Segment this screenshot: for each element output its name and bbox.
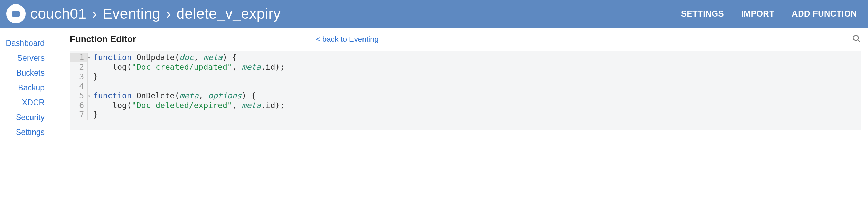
code-line[interactable]: 4 (70, 81, 861, 91)
breadcrumb-separator: › (160, 6, 177, 22)
code-text[interactable]: } (92, 72, 98, 82)
sidebar-item-settings[interactable]: Settings (16, 125, 55, 140)
sidebar-item-security[interactable]: Security (16, 110, 55, 125)
code-line[interactable]: 1▾function OnUpdate(doc, meta) { (70, 53, 861, 62)
code-text[interactable]: } (92, 110, 98, 120)
breadcrumb-section[interactable]: Eventing (103, 6, 160, 22)
fold-toggle-icon (88, 110, 92, 120)
fold-toggle-icon (88, 81, 92, 91)
breadcrumb-separator: › (86, 6, 103, 22)
fold-toggle-icon (88, 72, 92, 82)
line-number: 4 (70, 81, 88, 91)
code-text[interactable]: function OnDelete(meta, options) { (92, 91, 256, 101)
line-number: 1 (70, 53, 88, 62)
fold-toggle-icon[interactable]: ▾ (88, 53, 92, 62)
code-line[interactable]: 5▾function OnDelete(meta, options) { (70, 91, 861, 101)
breadcrumb-node[interactable]: couch01 (30, 6, 86, 22)
code-text[interactable] (92, 81, 93, 91)
code-text[interactable]: log("Doc created/updated", meta.id); (92, 62, 285, 72)
svg-point-0 (853, 35, 858, 40)
code-line[interactable]: 7} (70, 110, 861, 120)
sidebar-item-buckets[interactable]: Buckets (16, 66, 55, 80)
line-number: 5 (70, 91, 88, 101)
svg-line-1 (858, 40, 860, 42)
settings-action[interactable]: SETTINGS (681, 9, 724, 19)
sidebar: Dashboard Servers Buckets Backup XDCR Se… (0, 28, 55, 214)
search-icon[interactable] (852, 34, 861, 45)
code-line[interactable]: 6 log("Doc deleted/expired", meta.id); (70, 101, 861, 110)
back-to-eventing-link[interactable]: < back to Eventing (316, 35, 379, 44)
editor-toolbar: Function Editor < back to Eventing (70, 34, 861, 51)
fold-toggle-icon (88, 62, 92, 72)
code-line[interactable]: 3} (70, 72, 861, 82)
add-function-action[interactable]: ADD FUNCTION (792, 9, 857, 19)
page-title: Function Editor (70, 34, 136, 45)
breadcrumb-function[interactable]: delete_v_expiry (177, 6, 281, 22)
line-number: 3 (70, 72, 88, 82)
main-content: Function Editor < back to Eventing 1▾fun… (55, 28, 868, 214)
line-number: 2 (70, 62, 88, 72)
sidebar-item-dashboard[interactable]: Dashboard (6, 36, 55, 51)
code-editor[interactable]: 1▾function OnUpdate(doc, meta) {2 log("D… (70, 51, 861, 130)
code-line[interactable]: 2 log("Doc created/updated", meta.id); (70, 62, 861, 72)
code-text[interactable]: function OnUpdate(doc, meta) { (92, 53, 237, 62)
import-action[interactable]: IMPORT (741, 9, 774, 19)
fold-toggle-icon[interactable]: ▾ (88, 91, 92, 101)
breadcrumb: couch01 › Eventing › delete_v_expiry (30, 6, 281, 22)
code-text[interactable]: log("Doc deleted/expired", meta.id); (92, 101, 285, 110)
line-number: 6 (70, 101, 88, 110)
header-actions: SETTINGS IMPORT ADD FUNCTION (681, 9, 857, 19)
fold-toggle-icon (88, 101, 92, 110)
sidebar-item-servers[interactable]: Servers (17, 51, 55, 66)
sidebar-item-xdcr[interactable]: XDCR (22, 95, 55, 110)
line-number: 7 (70, 110, 88, 120)
couchbase-logo-icon (6, 4, 26, 23)
header-bar: couch01 › Eventing › delete_v_expiry SET… (0, 0, 868, 28)
sidebar-item-backup[interactable]: Backup (18, 80, 55, 95)
